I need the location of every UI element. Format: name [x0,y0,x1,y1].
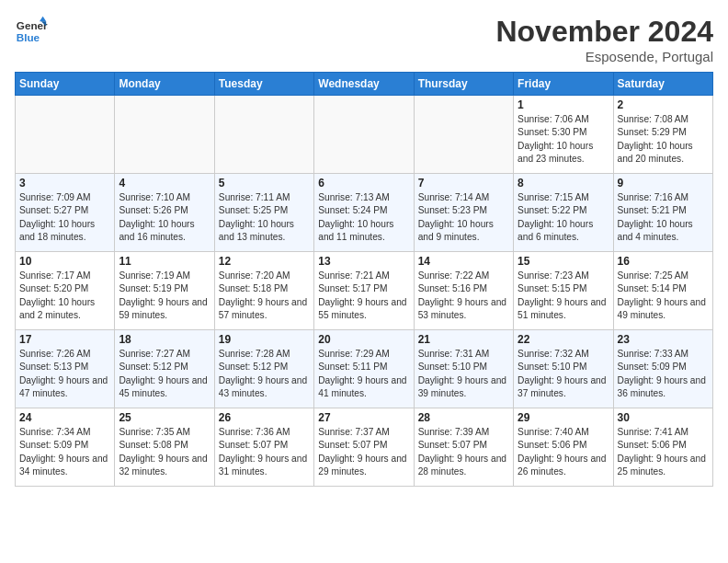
day-info: Sunrise: 7:25 AM Sunset: 5:14 PM Dayligh… [618,270,709,322]
weekday-header: Tuesday [214,73,313,96]
day-info: Sunrise: 7:15 AM Sunset: 5:22 PM Dayligh… [518,191,609,244]
day-cell [214,96,313,174]
header: General Blue November 2024 Esposende, Po… [15,15,713,64]
day-cell: 11Sunrise: 7:19 AM Sunset: 5:19 PM Dayli… [115,252,214,330]
day-number: 12 [219,255,310,268]
day-number: 18 [119,333,210,346]
weekday-header-row: SundayMondayTuesdayWednesdayThursdayFrid… [16,73,713,96]
week-row: 24Sunrise: 7:34 AM Sunset: 5:09 PM Dayli… [16,408,713,487]
month-title: November 2024 [495,15,713,49]
weekday-header: Monday [115,73,214,96]
day-info: Sunrise: 7:11 AM Sunset: 5:25 PM Dayligh… [219,191,310,244]
day-cell: 13Sunrise: 7:21 AM Sunset: 5:17 PM Dayli… [314,252,414,330]
day-cell: 19Sunrise: 7:28 AM Sunset: 5:12 PM Dayli… [214,330,313,408]
day-info: Sunrise: 7:20 AM Sunset: 5:18 PM Dayligh… [219,270,310,322]
day-info: Sunrise: 7:09 AM Sunset: 5:27 PM Dayligh… [19,191,110,244]
day-cell: 10Sunrise: 7:17 AM Sunset: 5:20 PM Dayli… [16,252,115,330]
week-row: 10Sunrise: 7:17 AM Sunset: 5:20 PM Dayli… [16,252,713,330]
day-cell: 20Sunrise: 7:29 AM Sunset: 5:11 PM Dayli… [314,330,414,408]
day-cell: 25Sunrise: 7:35 AM Sunset: 5:08 PM Dayli… [115,408,214,487]
day-number: 8 [518,177,609,190]
day-cell: 1Sunrise: 7:06 AM Sunset: 5:30 PM Daylig… [514,96,613,174]
location: Esposende, Portugal [495,49,713,64]
day-cell: 24Sunrise: 7:34 AM Sunset: 5:09 PM Dayli… [16,408,115,487]
day-number: 13 [318,255,409,268]
day-info: Sunrise: 7:37 AM Sunset: 5:07 PM Dayligh… [318,426,409,478]
day-cell: 26Sunrise: 7:36 AM Sunset: 5:07 PM Dayli… [214,408,313,487]
day-cell [314,96,414,174]
day-info: Sunrise: 7:06 AM Sunset: 5:30 PM Dayligh… [518,113,609,166]
day-cell: 7Sunrise: 7:14 AM Sunset: 5:23 PM Daylig… [414,174,513,252]
day-cell: 27Sunrise: 7:37 AM Sunset: 5:07 PM Dayli… [314,408,414,487]
day-info: Sunrise: 7:33 AM Sunset: 5:09 PM Dayligh… [618,348,709,400]
day-info: Sunrise: 7:41 AM Sunset: 5:06 PM Dayligh… [618,426,709,478]
day-cell: 30Sunrise: 7:41 AM Sunset: 5:06 PM Dayli… [613,408,712,487]
day-number: 16 [618,255,709,268]
day-number: 6 [318,177,409,190]
day-cell: 8Sunrise: 7:15 AM Sunset: 5:22 PM Daylig… [514,174,613,252]
day-cell: 2Sunrise: 7:08 AM Sunset: 5:29 PM Daylig… [613,96,712,174]
day-info: Sunrise: 7:36 AM Sunset: 5:07 PM Dayligh… [219,426,310,478]
title-area: November 2024 Esposende, Portugal [495,15,713,64]
day-info: Sunrise: 7:40 AM Sunset: 5:06 PM Dayligh… [518,426,609,478]
day-number: 9 [618,177,709,190]
day-info: Sunrise: 7:22 AM Sunset: 5:16 PM Dayligh… [418,270,509,322]
day-cell: 9Sunrise: 7:16 AM Sunset: 5:21 PM Daylig… [613,174,712,252]
day-number: 2 [618,98,709,111]
logo: General Blue [15,15,48,48]
day-info: Sunrise: 7:27 AM Sunset: 5:12 PM Dayligh… [119,348,210,400]
day-info: Sunrise: 7:13 AM Sunset: 5:24 PM Dayligh… [318,191,409,244]
day-cell: 18Sunrise: 7:27 AM Sunset: 5:12 PM Dayli… [115,330,214,408]
day-number: 24 [19,411,110,424]
day-number: 7 [418,177,509,190]
day-info: Sunrise: 7:19 AM Sunset: 5:19 PM Dayligh… [119,270,210,322]
day-cell: 16Sunrise: 7:25 AM Sunset: 5:14 PM Dayli… [613,252,712,330]
day-number: 26 [219,411,310,424]
day-number: 27 [318,411,409,424]
day-cell: 29Sunrise: 7:40 AM Sunset: 5:06 PM Dayli… [514,408,613,487]
day-cell: 23Sunrise: 7:33 AM Sunset: 5:09 PM Dayli… [613,330,712,408]
calendar: SundayMondayTuesdayWednesdayThursdayFrid… [15,72,713,487]
day-cell [115,96,214,174]
week-row: 3Sunrise: 7:09 AM Sunset: 5:27 PM Daylig… [16,174,713,252]
day-cell [414,96,513,174]
day-info: Sunrise: 7:17 AM Sunset: 5:20 PM Dayligh… [19,270,110,322]
day-cell: 12Sunrise: 7:20 AM Sunset: 5:18 PM Dayli… [214,252,313,330]
day-number: 11 [119,255,210,268]
day-number: 22 [518,333,609,346]
day-number: 29 [518,411,609,424]
day-number: 20 [318,333,409,346]
day-number: 21 [418,333,509,346]
day-info: Sunrise: 7:10 AM Sunset: 5:26 PM Dayligh… [119,191,210,244]
weekday-header: Wednesday [314,73,414,96]
day-cell [16,96,115,174]
day-cell: 15Sunrise: 7:23 AM Sunset: 5:15 PM Dayli… [514,252,613,330]
day-info: Sunrise: 7:31 AM Sunset: 5:10 PM Dayligh… [418,348,509,400]
day-cell: 22Sunrise: 7:32 AM Sunset: 5:10 PM Dayli… [514,330,613,408]
weekday-header: Saturday [613,73,712,96]
day-info: Sunrise: 7:08 AM Sunset: 5:29 PM Dayligh… [618,113,709,166]
day-info: Sunrise: 7:34 AM Sunset: 5:09 PM Dayligh… [19,426,110,478]
day-info: Sunrise: 7:21 AM Sunset: 5:17 PM Dayligh… [318,270,409,322]
day-cell: 3Sunrise: 7:09 AM Sunset: 5:27 PM Daylig… [16,174,115,252]
day-number: 19 [219,333,310,346]
weekday-header: Thursday [414,73,513,96]
day-cell: 17Sunrise: 7:26 AM Sunset: 5:13 PM Dayli… [16,330,115,408]
day-number: 28 [418,411,509,424]
day-number: 25 [119,411,210,424]
day-cell: 14Sunrise: 7:22 AM Sunset: 5:16 PM Dayli… [414,252,513,330]
day-info: Sunrise: 7:28 AM Sunset: 5:12 PM Dayligh… [219,348,310,400]
day-number: 23 [618,333,709,346]
day-number: 17 [19,333,110,346]
day-number: 1 [518,98,609,111]
day-info: Sunrise: 7:14 AM Sunset: 5:23 PM Dayligh… [418,191,509,244]
weekday-header: Sunday [16,73,115,96]
day-info: Sunrise: 7:35 AM Sunset: 5:08 PM Dayligh… [119,426,210,478]
day-info: Sunrise: 7:16 AM Sunset: 5:21 PM Dayligh… [618,191,709,244]
day-info: Sunrise: 7:29 AM Sunset: 5:11 PM Dayligh… [318,348,409,400]
day-number: 5 [219,177,310,190]
week-row: 17Sunrise: 7:26 AM Sunset: 5:13 PM Dayli… [16,330,713,408]
day-cell: 6Sunrise: 7:13 AM Sunset: 5:24 PM Daylig… [314,174,414,252]
day-cell: 21Sunrise: 7:31 AM Sunset: 5:10 PM Dayli… [414,330,513,408]
day-number: 10 [19,255,110,268]
